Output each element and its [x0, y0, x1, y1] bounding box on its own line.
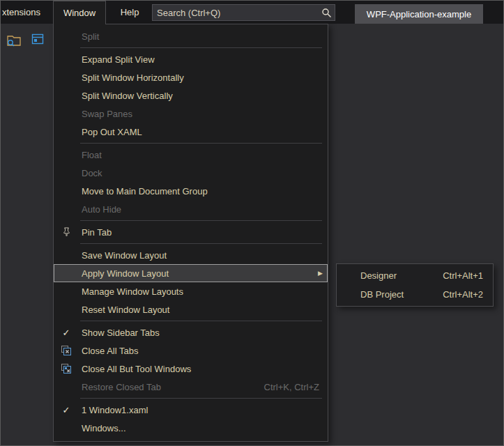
menu-item-gutter — [54, 200, 79, 218]
menu-separator — [80, 143, 322, 144]
menu-item-split-window-vertically[interactable]: Split Window Vertically — [54, 86, 328, 105]
menu-item-gutter — [54, 378, 79, 396]
menu-item-gutter — [54, 50, 79, 68]
menu-item-dock[interactable]: Dock — [54, 164, 328, 182]
start-window-icon[interactable] — [31, 33, 48, 47]
menu-item-show-sidebar-tabs[interactable]: ✓ Show Sidebar Tabs — [54, 323, 328, 341]
menu-item-label: Swap Panes — [82, 109, 132, 119]
menu-item-label: Split — [82, 31, 99, 42]
menu-item-label: Reset Window Layout — [82, 305, 169, 315]
search-icon[interactable] — [318, 8, 335, 18]
menu-item-window1-xaml[interactable]: ✓ 1 Window1.xaml — [54, 401, 328, 419]
menu-item-expand-split-view[interactable]: Expand Split View — [54, 50, 328, 68]
menu-item-label: Manage Window Layouts — [82, 286, 183, 297]
menu-item-label: Close All Tabs — [82, 346, 138, 356]
menu-item-gutter — [54, 264, 79, 282]
menu-item-gutter — [54, 86, 79, 105]
menu-item-auto-hide[interactable]: Auto Hide — [54, 200, 328, 218]
submenu-item-label: DB Project — [360, 289, 404, 300]
menu-item-shortcut: Ctrl+K, Ctrl+Z — [264, 382, 319, 392]
folder-search-icon[interactable] — [6, 33, 23, 47]
menu-item-gutter — [54, 27, 79, 45]
search-input[interactable] — [153, 5, 318, 20]
extensions-label: xtensions — [2, 7, 40, 17]
menu-item-label: Dock — [82, 168, 102, 178]
window-menu-dropdown: Split Expand Split View Split Window Hor… — [53, 24, 328, 442]
menu-separator — [80, 47, 322, 48]
menu-item-label: Expand Split View — [82, 54, 155, 65]
visual-studio-window: xtensions Help WPF-Application-example W… — [0, 0, 504, 446]
submenu-item-label: Designer — [360, 270, 397, 281]
menu-item-split-window-horizontally[interactable]: Split Window Horizontally — [54, 68, 328, 86]
menu-item-close-all-but-tool-windows[interactable]: Close All But Tool Windows — [54, 360, 328, 378]
menu-item-float[interactable]: Float — [54, 146, 328, 164]
menu-item-label: Pop Out XAML — [82, 127, 142, 137]
menu-separator — [80, 220, 322, 221]
submenu-item-designer[interactable]: Designer Ctrl+Alt+1 — [337, 266, 493, 285]
menu-item-label: Windows... — [82, 423, 126, 433]
menu-item-windows[interactable]: Windows... — [54, 419, 328, 437]
submenu-arrow-icon: ▶ — [318, 264, 323, 282]
menu-separator — [80, 243, 322, 244]
menubar-item-help[interactable]: Help — [111, 1, 148, 24]
close-tabs-icon — [54, 341, 79, 360]
menu-item-gutter — [54, 105, 79, 123]
menu-item-move-to-main-document-group[interactable]: Move to Main Document Group — [54, 182, 328, 200]
menu-item-label: Split Window Horizontally — [82, 72, 184, 83]
menu-item-swap-panes[interactable]: Swap Panes — [54, 105, 328, 123]
help-label: Help — [121, 7, 139, 17]
project-title-label: WPF-Application-example — [367, 9, 471, 20]
menu-item-label: Float — [82, 150, 102, 160]
menu-item-label: Split Window Vertically — [82, 91, 173, 101]
project-title-button[interactable]: WPF-Application-example — [355, 4, 483, 24]
menu-item-gutter — [54, 164, 79, 182]
menu-item-gutter — [54, 146, 79, 164]
menu-item-gutter — [54, 68, 79, 86]
menu-item-gutter — [54, 246, 79, 264]
menu-item-reset-window-layout[interactable]: Reset Window Layout — [54, 300, 328, 318]
menu-item-pin-tab[interactable]: Pin Tab — [54, 223, 328, 241]
menu-item-label: Save Window Layout — [82, 250, 167, 261]
menu-item-pop-out-xaml[interactable]: Pop Out XAML — [54, 123, 328, 141]
menu-item-gutter — [54, 300, 79, 318]
menu-item-gutter — [54, 182, 79, 200]
submenu-item-shortcut: Ctrl+Alt+2 — [443, 289, 483, 300]
menu-item-gutter — [54, 282, 79, 300]
menu-separator — [80, 321, 322, 321]
submenu-item-db-project[interactable]: DB Project Ctrl+Alt+2 — [337, 285, 493, 304]
menu-item-label: Restore Closed Tab — [82, 382, 161, 392]
menu-item-label: 1 Window1.xaml — [82, 405, 148, 415]
menu-item-close-all-tabs[interactable]: Close All Tabs — [54, 341, 328, 360]
menu-item-split[interactable]: Split — [54, 27, 328, 45]
submenu-item-shortcut: Ctrl+Alt+1 — [443, 270, 483, 281]
check-icon: ✓ — [54, 401, 79, 419]
pin-icon — [54, 223, 79, 241]
menu-item-label: Auto Hide — [82, 204, 121, 215]
menu-item-label: Apply Window Layout — [82, 268, 169, 279]
check-icon: ✓ — [54, 323, 79, 341]
close-all-but-icon — [54, 360, 79, 378]
menu-item-manage-window-layouts[interactable]: Manage Window Layouts — [54, 282, 328, 300]
menubar-item-window[interactable]: Window — [53, 1, 106, 24]
menu-separator — [80, 398, 322, 399]
search-box — [152, 4, 335, 21]
menu-item-restore-closed-tab[interactable]: Restore Closed Tab Ctrl+K, Ctrl+Z — [54, 378, 328, 396]
menubar-item-extensions[interactable]: xtensions — [0, 1, 46, 24]
menu-item-label: Move to Main Document Group — [82, 186, 208, 197]
menu-item-label: Show Sidebar Tabs — [82, 328, 160, 338]
menu-item-save-window-layout[interactable]: Save Window Layout — [54, 246, 328, 264]
menu-item-gutter — [54, 123, 79, 141]
menu-item-gutter — [54, 419, 79, 437]
window-label: Window — [63, 8, 96, 18]
menu-item-label: Pin Tab — [82, 227, 112, 238]
menu-item-label: Close All But Tool Windows — [82, 364, 191, 374]
menu-item-apply-window-layout[interactable]: Apply Window Layout ▶ — [54, 264, 328, 282]
apply-window-layout-submenu: Designer Ctrl+Alt+1 DB Project Ctrl+Alt+… — [336, 263, 494, 307]
